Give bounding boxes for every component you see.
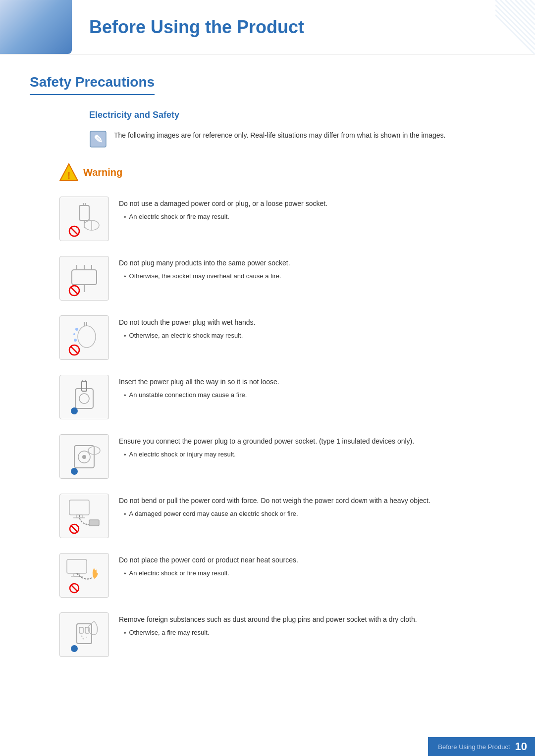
svg-rect-52	[89, 520, 99, 526]
safety-text-3: Do not touch the power plug with wet han…	[119, 315, 505, 341]
info-icon: ✎	[89, 130, 107, 148]
bullet-dot: •	[124, 331, 126, 341]
section-title: Safety Precautions	[30, 74, 155, 95]
svg-point-64	[86, 637, 87, 638]
svg-line-6	[525, 0, 535, 10]
svg-line-59	[71, 585, 77, 591]
info-text: The following images are for reference o…	[114, 130, 445, 141]
safety-item: Do not use a damaged power cord or plug,…	[59, 197, 505, 241]
safety-image-2	[59, 256, 109, 301]
safety-item: Remove foreign substances such as dust a…	[59, 612, 505, 657]
bullet-text-3: Otherwise, an electric shock may result.	[129, 331, 243, 341]
footer-text: Before Using the Product	[438, 743, 510, 751]
safety-bullet-1: • An electric shock or fire may result.	[124, 212, 505, 222]
bullet-dot: •	[124, 272, 126, 282]
svg-rect-61	[79, 627, 83, 633]
svg-text:!: !	[67, 170, 71, 181]
bullet-text-2: Otherwise, the socket may overheat and c…	[129, 271, 281, 281]
svg-rect-60	[77, 624, 92, 644]
safety-image-4	[59, 375, 109, 419]
bullet-dot: •	[124, 212, 126, 222]
safety-bullet-4: • An unstable connection may cause a fir…	[124, 390, 505, 401]
safety-image-1	[59, 197, 109, 241]
bullet-dot: •	[124, 450, 126, 460]
svg-rect-49	[69, 500, 89, 515]
safety-text-8: Remove foreign substances such as dust a…	[119, 612, 505, 638]
svg-line-37	[71, 347, 78, 353]
svg-line-54	[71, 526, 77, 532]
safety-main-5: Ensure you connect the power plug to a g…	[119, 436, 505, 447]
warning-box: ! Warning	[59, 163, 505, 182]
svg-point-48	[71, 468, 78, 475]
header-blue-accent	[0, 0, 72, 54]
safety-bullet-2: • Otherwise, the socket may overheat and…	[124, 271, 505, 282]
safety-text-5: Ensure you connect the power plug to a g…	[119, 434, 505, 460]
svg-point-66	[71, 645, 78, 652]
page-footer: Before Using the Product 10	[428, 737, 535, 756]
main-content: Safety Precautions Electricity and Safet…	[0, 54, 535, 687]
top-pattern-decoration	[495, 0, 535, 54]
safety-item: Do not bend or pull the power cord with …	[59, 494, 505, 538]
svg-text:✎: ✎	[94, 133, 103, 146]
safety-image-5	[59, 434, 109, 479]
bullet-text-6: A damaged power cord may cause an electr…	[129, 509, 298, 519]
safety-main-7: Do not place the power cord or product n…	[119, 555, 505, 565]
safety-image-7	[59, 553, 109, 598]
warning-label: Warning	[83, 167, 122, 178]
subsection-title: Electricity and Safety	[89, 110, 505, 120]
svg-line-7	[530, 0, 535, 5]
svg-point-39	[79, 394, 89, 403]
safety-text-6: Do not bend or pull the power cord with …	[119, 494, 505, 519]
bullet-text-4: An unstable connection may cause a fire.	[129, 390, 247, 400]
bullet-dot: •	[124, 628, 126, 638]
bullet-text-5: An electric shock or injury may result.	[129, 450, 236, 459]
svg-line-3	[510, 0, 535, 25]
svg-rect-15	[79, 205, 89, 220]
svg-point-33	[75, 328, 78, 331]
svg-rect-40	[82, 381, 87, 391]
safety-item: Do not place the power cord or product n…	[59, 553, 505, 598]
bullet-dot: •	[124, 391, 126, 401]
svg-point-63	[81, 635, 83, 637]
svg-line-22	[71, 228, 78, 235]
safety-item: Do not plug many products into the same …	[59, 256, 505, 301]
bullet-text-7: An electric shock or fire may result.	[129, 568, 229, 578]
safety-text-4: Insert the power plug all the way in so …	[119, 375, 505, 401]
safety-text-2: Do not plug many products into the same …	[119, 256, 505, 282]
safety-bullet-5: • An electric shock or injury may result…	[124, 450, 505, 460]
safety-main-1: Do not use a damaged power cord or plug,…	[119, 199, 505, 209]
svg-point-35	[74, 339, 77, 342]
bullet-text-8: Otherwise, a fire may result.	[129, 628, 210, 638]
safety-image-8	[59, 612, 109, 657]
safety-main-6: Do not bend or pull the power cord with …	[119, 496, 505, 506]
safety-main-8: Remove foreign substances such as dust a…	[119, 614, 505, 625]
safety-item: Do not touch the power plug with wet han…	[59, 315, 505, 360]
safety-main-2: Do not plug many products into the same …	[119, 258, 505, 268]
safety-main-4: Insert the power plug all the way in so …	[119, 377, 505, 387]
svg-point-65	[83, 638, 84, 639]
safety-bullet-8: • Otherwise, a fire may result.	[124, 628, 505, 638]
svg-point-46	[82, 455, 86, 459]
bullet-dot: •	[124, 509, 126, 519]
bullet-text-1: An electric shock or fire may result.	[129, 212, 229, 222]
safety-items-list: Do not use a damaged power cord or plug,…	[59, 197, 505, 657]
safety-bullet-3: • Otherwise, an electric shock may resul…	[124, 331, 505, 341]
safety-bullet-6: • A damaged power cord may cause an elec…	[124, 509, 505, 519]
bullet-dot: •	[124, 569, 126, 579]
warning-icon: !	[59, 163, 78, 182]
safety-item: Insert the power plug all the way in so …	[59, 375, 505, 419]
safety-main-3: Do not touch the power plug with wet han…	[119, 317, 505, 328]
svg-rect-55	[67, 559, 87, 573]
svg-point-43	[71, 407, 78, 414]
safety-item: Ensure you connect the power plug to a g…	[59, 434, 505, 479]
safety-image-3	[59, 315, 109, 360]
svg-point-34	[73, 333, 75, 335]
safety-text-1: Do not use a damaged power cord or plug,…	[119, 197, 505, 222]
info-box: ✎ The following images are for reference…	[89, 130, 505, 148]
safety-image-6	[59, 494, 109, 538]
page-title: Before Using the Product	[89, 17, 304, 38]
svg-line-29	[71, 287, 78, 294]
safety-bullet-7: • An electric shock or fire may result.	[124, 568, 505, 579]
safety-text-7: Do not place the power cord or product n…	[119, 553, 505, 579]
page-number: 10	[515, 740, 527, 753]
